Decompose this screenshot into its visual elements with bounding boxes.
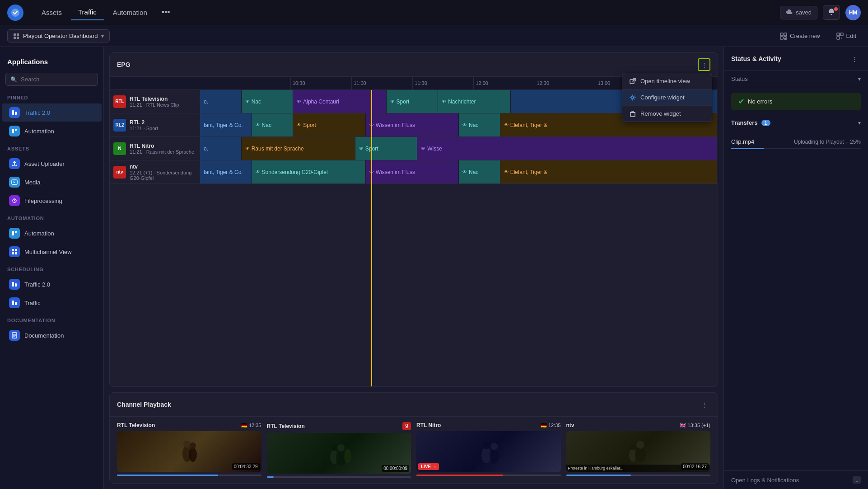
ntv-prog-4[interactable]: 👁Nac xyxy=(459,160,500,183)
ntv-prog-3[interactable]: 👁Wissen im Fluss xyxy=(366,160,459,183)
transfer-progress-bar xyxy=(731,148,861,149)
app-logo[interactable] xyxy=(7,5,23,21)
card-thumbnail-rtl2[interactable]: 00:00:00:09 xyxy=(267,433,411,474)
sidebar-label-traffic-sched: Traffic xyxy=(24,300,40,306)
sidebar-item-media[interactable]: Media xyxy=(2,173,102,191)
svg-rect-21 xyxy=(12,249,14,251)
context-menu-open-timeline-label: Open timeline view xyxy=(640,78,690,85)
ntv-prog-5[interactable]: 👁Elefant, Tiger & xyxy=(500,160,718,183)
ntv-prog-2[interactable]: 👁Sondersendung G20-Gipfel xyxy=(252,160,366,183)
playback-card-rtl1: RTL Television 🇩🇪 12:35 00:0 xyxy=(117,422,261,478)
sidebar-item-traffic-sched[interactable]: Traffic xyxy=(2,294,102,312)
channel-ntv: ntv ntv 12:21 (+1) · Sondersendung G20-G… xyxy=(110,164,200,181)
rtlnitro-logo: N xyxy=(113,142,126,155)
nav-more[interactable]: ••• xyxy=(156,4,176,21)
rtl-prog-3[interactable]: 👁Alpha Centauri xyxy=(293,90,386,113)
thumbnail-rtl2-image xyxy=(325,440,352,467)
context-menu-remove[interactable]: Remove widget xyxy=(622,106,712,122)
epg-header: EPG ⋮ Open timeline view Configure widge… xyxy=(110,53,718,77)
channel-playback-widget: Channel Playback ⋮ RTL Television 🇩🇪 12:… xyxy=(109,392,718,484)
search-box[interactable]: 🔍 xyxy=(5,73,98,86)
current-time-indicator xyxy=(371,90,372,386)
rtl2-prog-4[interactable]: 👁Wissen im Fluss xyxy=(366,113,459,136)
open-logs-button[interactable]: Open Logs & Notifications xyxy=(731,477,799,484)
channel-playback-menu-button[interactable]: ⋮ xyxy=(698,398,710,411)
nav-automation[interactable]: Automation xyxy=(106,5,154,20)
svg-rect-28 xyxy=(15,302,17,305)
chevron-down-icon: ▾ xyxy=(101,33,104,39)
create-new-button[interactable]: Create new xyxy=(775,30,824,42)
nav-assets[interactable]: Assets xyxy=(34,5,69,20)
svg-point-40 xyxy=(189,447,197,462)
ntv-prog-1[interactable]: fant, Tiger & Co. xyxy=(200,160,252,183)
sidebar-item-asset-uploader[interactable]: Asset Uploader xyxy=(2,155,102,173)
time-slot-1200: 12:00 xyxy=(473,77,534,89)
context-menu-open-timeline[interactable]: Open timeline view xyxy=(622,73,712,89)
rtl2-prog-3[interactable]: 👁Sport xyxy=(293,113,365,136)
sidebar-title: Applications xyxy=(0,52,103,69)
svg-rect-11 xyxy=(840,33,843,36)
sidebar-item-automation2[interactable]: Automation xyxy=(2,224,102,242)
automation-icon xyxy=(9,126,20,136)
transfers-chevron-icon[interactable]: ▾ xyxy=(858,120,861,126)
svg-rect-27 xyxy=(12,301,14,305)
rtl-prog-4[interactable]: 👁Sport xyxy=(387,90,439,113)
epg-context-menu: Open timeline view Configure widget Remo… xyxy=(622,73,712,122)
rtlnitro-prog-2[interactable]: 👁Raus mit der Sprache xyxy=(242,137,355,160)
rtlnitro-prog-3[interactable]: 👁Sport xyxy=(355,137,418,160)
section-assets: ASSETS xyxy=(0,141,103,154)
svg-point-39 xyxy=(183,441,191,448)
plus-grid-icon xyxy=(780,33,787,40)
right-panel: Status & Activity ⋮ Status ▾ ✔ No errors… xyxy=(723,47,868,489)
svg-point-49 xyxy=(490,448,499,464)
time-slot-1030: 10:30 xyxy=(290,77,351,89)
ntv-programs: fant, Tiger & Co. 👁Sondersendung G20-Gip… xyxy=(200,160,718,183)
playback-card-rtl2: RTL Television 9 xyxy=(267,422,411,478)
epg-menu-button[interactable]: ⋮ xyxy=(698,58,710,71)
saved-button[interactable]: saved xyxy=(780,6,817,19)
external-link-icon xyxy=(630,78,636,85)
automation2-icon xyxy=(9,228,20,239)
channel-rtl2: RL2 RTL 2 11:21 · Sport xyxy=(110,119,200,132)
sidebar-label-automation2: Automation xyxy=(24,230,54,237)
sidebar-item-traffic2-sched[interactable]: Traffic 2.0 xyxy=(2,275,102,293)
svg-point-46 xyxy=(344,449,351,463)
channel-playback-header: Channel Playback ⋮ xyxy=(110,393,718,417)
search-input[interactable] xyxy=(21,76,93,83)
card-thumbnail-rtl1[interactable]: 00:04:33:29 xyxy=(117,431,261,472)
svg-rect-3 xyxy=(17,37,19,39)
dashboard-selector[interactable]: Playout Operator Dashboard ▾ xyxy=(7,29,110,42)
card-thumbnail-ntv[interactable]: Proteste in Hamburg eskalier... 00:02:16… xyxy=(566,431,711,472)
context-menu-configure[interactable]: Configure widget xyxy=(622,89,712,106)
status-panel-menu-button[interactable]: ⋮ xyxy=(848,52,861,65)
rtlnitro-prog-1[interactable]: o. xyxy=(200,137,242,160)
user-avatar[interactable]: HM xyxy=(845,5,861,20)
rtlnitro-prog-4[interactable]: 👁Wisse xyxy=(417,137,718,160)
status-chevron-icon[interactable]: ▾ xyxy=(858,76,861,82)
svg-rect-20 xyxy=(15,231,17,233)
rtlnitro-programs: o. 👁Raus mit der Sprache 👁Sport 👁Wisse xyxy=(200,137,718,160)
rtl2-prog-5[interactable]: 👁Nac xyxy=(459,113,500,136)
svg-point-54 xyxy=(636,441,644,449)
rtl-prog-5[interactable]: 👁Nachrichter xyxy=(438,90,510,113)
sidebar-item-multichannel[interactable]: Multichannel View xyxy=(2,243,102,261)
sidebar-item-fileprocessing[interactable]: Fileprocessing xyxy=(2,192,102,210)
epg-widget: EPG ⋮ Open timeline view Configure widge… xyxy=(109,52,718,387)
card-thumbnail-rtlnitro[interactable]: LIVE xyxy=(416,431,561,472)
rtl2-prog-1[interactable]: fant, Tiger & Co. xyxy=(200,113,252,136)
top-nav: Assets Traffic Automation ••• saved HM xyxy=(0,0,868,25)
nav-traffic[interactable]: Traffic xyxy=(71,5,104,20)
rtl2-prog-2[interactable]: 👁Nac xyxy=(252,113,294,136)
notifications-button[interactable] xyxy=(823,5,840,20)
edit-button[interactable]: Edit xyxy=(832,30,861,42)
rtl-prog-1[interactable]: o. xyxy=(200,90,242,113)
sidebar-item-documentation[interactable]: Documentation xyxy=(2,326,102,344)
rtl-prog-2[interactable]: 👁Nac xyxy=(242,90,294,113)
transfer-filename: Clip.mp4 xyxy=(731,138,754,145)
svg-point-52 xyxy=(630,444,636,450)
saved-label: saved xyxy=(796,9,812,16)
sidebar-item-traffic-2[interactable]: Traffic 2.0 xyxy=(2,103,102,122)
sidebar-item-automation[interactable]: Automation xyxy=(2,122,102,140)
cloud-icon xyxy=(786,9,793,16)
svg-rect-13 xyxy=(12,110,14,115)
